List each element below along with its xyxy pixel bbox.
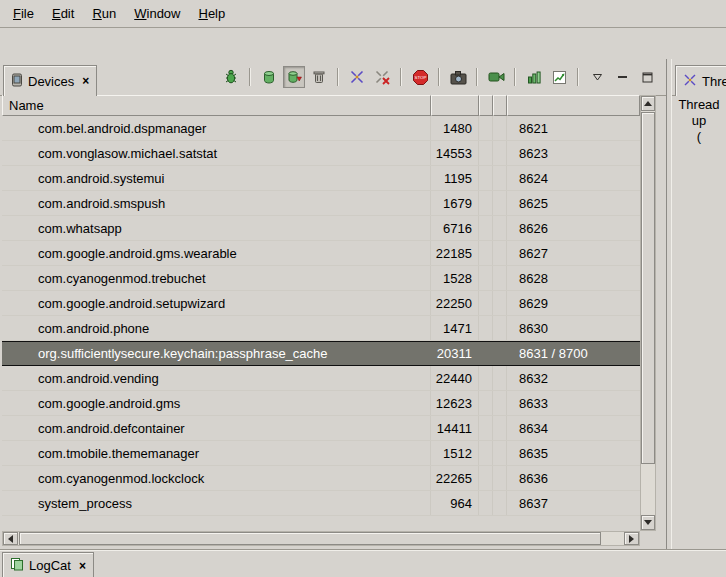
cell-name: com.android.phone <box>2 316 431 340</box>
update-threads-icon[interactable] <box>346 66 368 88</box>
cell-pid: 1471 <box>431 316 479 340</box>
table-row[interactable]: com.android.systemui11958624 <box>2 166 640 191</box>
horizontal-scrollbar[interactable] <box>2 531 640 546</box>
table-row[interactable]: com.tmobile.thememanager15128635 <box>2 441 640 466</box>
table-row[interactable]: com.android.defcontainer144118634 <box>2 416 640 441</box>
cell-spacer2 <box>493 366 507 390</box>
update-heap-icon[interactable] <box>258 66 280 88</box>
toolbar-separator <box>438 68 440 86</box>
devices-toolbar: STOP <box>220 66 658 88</box>
cell-name: com.android.defcontainer <box>2 416 431 440</box>
cell-pid: 22265 <box>431 466 479 490</box>
table-row[interactable]: com.android.smspush16798625 <box>2 191 640 216</box>
start-method-profiling-icon[interactable] <box>523 66 545 88</box>
cell-spacer2 <box>493 466 507 490</box>
toolbar-separator <box>400 68 402 86</box>
table-row[interactable]: com.cyanogenmod.lockclock222658636 <box>2 466 640 491</box>
menu-file[interactable]: File <box>4 2 43 25</box>
cell-port: 8623 <box>507 141 640 165</box>
menu-help[interactable]: Help <box>189 2 234 25</box>
toolbar-strip <box>0 28 726 60</box>
cell-spacer1 <box>479 366 493 390</box>
cell-spacer2 <box>493 191 507 215</box>
cell-name: com.tmobile.thememanager <box>2 441 431 465</box>
threads-icon <box>683 73 697 90</box>
cell-spacer1 <box>479 291 493 315</box>
cell-name: com.android.smspush <box>2 191 431 215</box>
tab-devices[interactable]: Devices × <box>3 65 97 96</box>
column-header-name[interactable]: Name <box>2 95 431 116</box>
cell-pid: 1528 <box>431 266 479 290</box>
maximize-icon[interactable] <box>636 66 658 88</box>
table-row[interactable]: com.android.vending224408632 <box>2 366 640 391</box>
table-row[interactable]: system_process9648637 <box>2 491 640 516</box>
cell-pid: 22440 <box>431 366 479 390</box>
cell-port: 8630 <box>507 316 640 340</box>
menu-edit[interactable]: Edit <box>43 2 83 25</box>
cell-port: 8637 <box>507 491 640 515</box>
debug-icon[interactable] <box>220 66 242 88</box>
cause-gc-icon[interactable] <box>308 66 330 88</box>
scroll-down-button[interactable] <box>641 515 655 530</box>
cell-spacer1 <box>479 266 493 290</box>
toolbar-separator <box>514 68 516 86</box>
dump-hprof-icon[interactable] <box>283 66 305 88</box>
table-row[interactable]: org.sufficientlysecure.keychain:passphra… <box>2 341 640 366</box>
table-row[interactable]: com.android.phone14718630 <box>2 316 640 341</box>
menu-window[interactable]: Window <box>125 2 189 25</box>
column-header-pid[interactable] <box>431 95 479 116</box>
column-header-spacer1[interactable] <box>479 95 493 116</box>
cell-spacer2 <box>493 441 507 465</box>
scroll-up-button[interactable] <box>641 96 655 111</box>
cell-port: 8635 <box>507 441 640 465</box>
cell-port: 8629 <box>507 291 640 315</box>
cell-name: com.google.android.setupwizard <box>2 291 431 315</box>
scrollbar-corner <box>640 531 656 546</box>
cell-spacer2 <box>493 491 507 515</box>
menu-run[interactable]: Run <box>83 2 125 25</box>
cell-port: 8634 <box>507 416 640 440</box>
tab-threads[interactable]: Threads <box>675 65 726 96</box>
menu-bar: File Edit Run Window Help <box>0 0 726 28</box>
view-menu-icon[interactable] <box>586 66 608 88</box>
cell-pid: 1679 <box>431 191 479 215</box>
scroll-left-button[interactable] <box>3 532 18 545</box>
vertical-scrollbar[interactable] <box>640 95 656 531</box>
capture-systrace-icon[interactable] <box>548 66 570 88</box>
table-row[interactable]: com.google.android.setupwizard222508629 <box>2 291 640 316</box>
table-row[interactable]: com.cyanogenmod.trebuchet15288628 <box>2 266 640 291</box>
table-row[interactable]: com.google.android.gms.wearable221858627 <box>2 241 640 266</box>
column-header-spacer2[interactable] <box>493 95 507 116</box>
scroll-right-button[interactable] <box>624 532 639 545</box>
table-row[interactable]: com.bel.android.dspmanager14808621 <box>2 116 640 141</box>
screen-record-icon[interactable] <box>485 66 507 88</box>
cell-name: com.whatsapp <box>2 216 431 240</box>
stop-threads-icon[interactable] <box>371 66 393 88</box>
cell-pid: 14411 <box>431 416 479 440</box>
cell-spacer2 <box>493 141 507 165</box>
ddms-window: File Edit Run Window Help Devices × <box>0 0 726 577</box>
screen-capture-icon[interactable] <box>447 66 469 88</box>
cell-spacer1 <box>479 116 493 140</box>
horizontal-scrollbar-thumb[interactable] <box>19 532 601 545</box>
tab-logcat[interactable]: LogCat × <box>2 552 94 577</box>
close-icon[interactable]: × <box>79 560 86 572</box>
table-row[interactable]: com.google.android.gms126238633 <box>2 391 640 416</box>
cell-pid: 1195 <box>431 166 479 190</box>
cell-spacer1 <box>479 191 493 215</box>
stop-process-icon[interactable]: STOP <box>409 66 431 88</box>
cell-pid: 20311 <box>431 342 479 365</box>
cell-spacer1 <box>479 391 493 415</box>
cell-spacer1 <box>479 316 493 340</box>
cell-spacer1 <box>479 166 493 190</box>
tab-threads-label: Threads <box>702 74 726 89</box>
close-icon[interactable]: × <box>82 75 89 87</box>
minimize-icon[interactable] <box>611 66 633 88</box>
vertical-scrollbar-thumb[interactable] <box>641 112 655 464</box>
cell-port: 8632 <box>507 366 640 390</box>
column-header-port[interactable] <box>507 95 640 116</box>
threads-message: Thread up ( <box>672 97 726 145</box>
table-row[interactable]: com.whatsapp67168626 <box>2 216 640 241</box>
cell-spacer1 <box>479 491 493 515</box>
table-row[interactable]: com.vonglasow.michael.satstat145538623 <box>2 141 640 166</box>
